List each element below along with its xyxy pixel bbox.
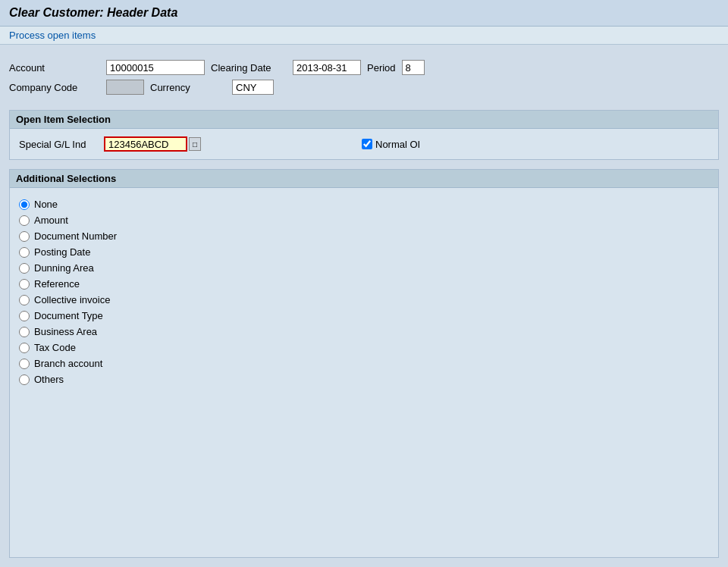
radio-document-type[interactable] xyxy=(19,311,30,321)
radio-branch-account[interactable] xyxy=(19,359,30,369)
account-input[interactable] xyxy=(106,60,205,75)
clearing-date-label: Clearing Date xyxy=(211,62,287,74)
radio-item-business-area[interactable]: Business Area xyxy=(19,326,709,337)
additional-selections-panel: Additional Selections NoneAmountDocument… xyxy=(9,169,719,558)
radio-reference[interactable] xyxy=(19,279,30,290)
radio-label-document-number: Document Number xyxy=(34,230,117,242)
account-row: Account Clearing Date Period xyxy=(9,60,719,75)
period-label: Period xyxy=(367,62,396,74)
radio-item-others[interactable]: Others xyxy=(19,374,709,385)
additional-selections-radio-list: NoneAmountDocument NumberPosting DateDun… xyxy=(19,196,709,388)
currency-label: Currency xyxy=(150,82,226,93)
open-item-selection-body: Special G/L Ind □ Normal OI xyxy=(10,129,718,159)
radio-label-business-area: Business Area xyxy=(34,326,97,337)
radio-label-others: Others xyxy=(34,374,64,385)
open-item-selection-panel: Open Item Selection Special G/L Ind □ No… xyxy=(9,110,719,160)
radio-label-reference: Reference xyxy=(34,278,80,290)
process-open-items-link[interactable]: Process open items xyxy=(9,30,96,41)
radio-label-tax-code: Tax Code xyxy=(34,342,76,353)
radio-tax-code[interactable] xyxy=(19,343,30,353)
company-code-row: Company Code Currency xyxy=(9,80,719,95)
radio-dunning-area[interactable] xyxy=(19,263,30,274)
radio-business-area[interactable] xyxy=(19,327,30,337)
radio-item-reference[interactable]: Reference xyxy=(19,278,709,290)
radio-item-collective-invoice[interactable]: Collective invoice xyxy=(19,294,709,305)
title-bar: Clear Customer: Header Data xyxy=(0,0,728,27)
account-label: Account xyxy=(9,62,100,74)
additional-selections-body: NoneAmountDocument NumberPosting DateDun… xyxy=(10,188,718,396)
radio-item-dunning-area[interactable]: Dunning Area xyxy=(19,262,709,274)
radio-item-none[interactable]: None xyxy=(19,199,709,210)
radio-label-branch-account: Branch account xyxy=(34,358,102,369)
radio-collective-invoice[interactable] xyxy=(19,295,30,305)
special-gl-ind-label: Special G/L Ind xyxy=(19,139,95,150)
page-title: Clear Customer: Header Data xyxy=(9,6,719,20)
normal-oi-label: Normal OI xyxy=(375,139,420,150)
currency-input[interactable] xyxy=(232,80,274,95)
radio-item-document-type[interactable]: Document Type xyxy=(19,310,709,321)
radio-others[interactable] xyxy=(19,374,30,385)
company-code-input[interactable] xyxy=(106,80,144,95)
radio-item-tax-code[interactable]: Tax Code xyxy=(19,342,709,353)
radio-label-posting-date: Posting Date xyxy=(34,246,90,258)
normal-oi-checkbox[interactable] xyxy=(362,139,372,149)
radio-item-document-number[interactable]: Document Number xyxy=(19,230,709,242)
open-item-row: Special G/L Ind □ Normal OI xyxy=(19,136,709,152)
main-container: Clear Customer: Header Data Process open… xyxy=(0,0,728,567)
normal-oi-section: Normal OI xyxy=(362,139,420,150)
company-code-label: Company Code xyxy=(9,82,100,93)
radio-item-posting-date[interactable]: Posting Date xyxy=(19,246,709,258)
radio-item-branch-account[interactable]: Branch account xyxy=(19,358,709,369)
special-gl-browse-button[interactable]: □ xyxy=(189,137,201,151)
additional-selections-header: Additional Selections xyxy=(10,170,718,188)
radio-label-collective-invoice: Collective invoice xyxy=(34,294,110,305)
radio-label-document-type: Document Type xyxy=(34,310,103,321)
radio-label-amount: Amount xyxy=(34,215,68,226)
clearing-date-input[interactable] xyxy=(293,60,361,75)
radio-amount[interactable] xyxy=(19,215,30,226)
radio-label-none: None xyxy=(34,199,58,210)
radio-label-dunning-area: Dunning Area xyxy=(34,262,94,274)
content-area: Account Clearing Date Period Company Cod… xyxy=(0,45,728,567)
open-item-selection-header: Open Item Selection xyxy=(10,111,718,129)
header-fields: Account Clearing Date Period Company Cod… xyxy=(9,54,719,101)
radio-posting-date[interactable] xyxy=(19,247,30,258)
radio-item-amount[interactable]: Amount xyxy=(19,215,709,226)
toolbar: Process open items xyxy=(0,27,728,45)
period-input[interactable] xyxy=(402,60,425,75)
special-gl-input-wrapper: □ xyxy=(104,136,201,152)
special-gl-ind-input[interactable] xyxy=(104,136,187,152)
radio-none[interactable] xyxy=(19,199,30,210)
radio-document-number[interactable] xyxy=(19,231,30,242)
